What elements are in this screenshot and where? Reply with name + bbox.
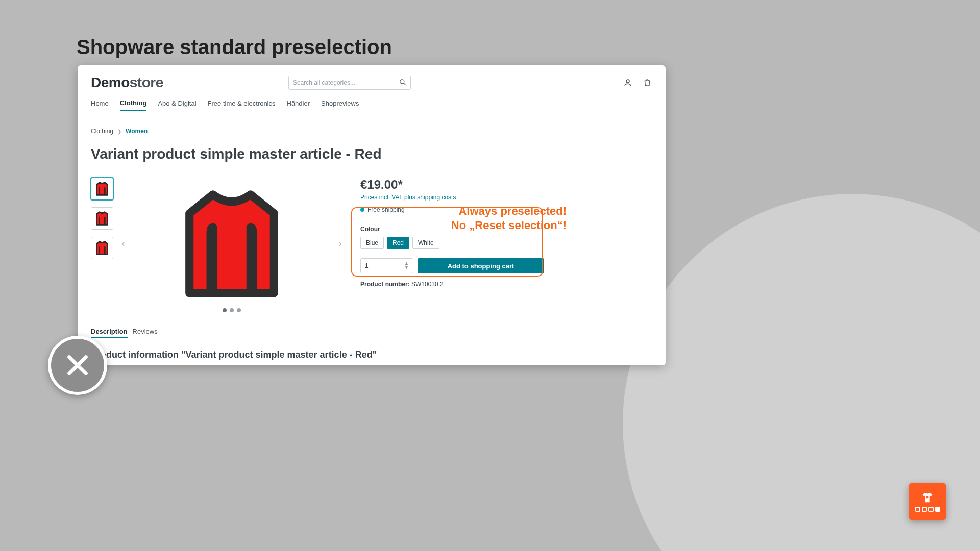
nav-item-abo[interactable]: Abo & Digital (158, 99, 196, 110)
slide-title: Shopware standard preselection (77, 36, 392, 59)
search-icon[interactable] (399, 79, 406, 87)
svg-point-2 (626, 80, 629, 83)
search-input[interactable]: Search all categories... (288, 76, 411, 90)
gallery-dot-2[interactable] (230, 308, 234, 312)
shop-header: Demostore Search all categories... (91, 68, 652, 97)
annotation-callout-box: Always preselected! No „Reset selection“… (351, 207, 543, 277)
thumbnail-1[interactable] (91, 178, 113, 200)
description-body: Lorem ipsum dolor sit amet, consetetur s… (91, 364, 652, 365)
logo-squares (915, 507, 940, 512)
nav-item-free-time[interactable]: Free time & electronics (208, 99, 276, 110)
sweater-icon (93, 181, 111, 196)
product-number: Product number: SW10030.2 (360, 281, 544, 288)
nav-item-shopreviews[interactable]: Shopreviews (321, 99, 359, 110)
breadcrumb-parent[interactable]: Clothing (91, 128, 113, 135)
product-gallery: ‹ › (119, 178, 344, 310)
storefront-window: Demostore Search all categories... Home … (78, 65, 666, 365)
annotation-text: Always preselected! No „Reset selection“… (431, 204, 567, 232)
account-icon[interactable] (623, 78, 633, 88)
cart-icon[interactable] (642, 78, 652, 88)
buy-box: €19.00* Prices incl. VAT plus shipping c… (360, 178, 544, 310)
gallery-thumbnails (91, 178, 113, 310)
svg-line-1 (404, 83, 406, 85)
breadcrumb: Clothing ❯ Women (91, 128, 652, 135)
thumbnail-2[interactable] (91, 207, 113, 230)
gallery-dot-3[interactable] (237, 308, 241, 312)
annotation-line-1: Always preselected! (431, 204, 567, 218)
gallery-prev-icon[interactable]: ‹ (121, 237, 125, 251)
thumbnail-3[interactable] (91, 237, 113, 259)
chevron-right-icon: ❯ (117, 129, 121, 134)
gallery-next-icon[interactable]: › (338, 237, 342, 251)
gallery-dot-1[interactable] (223, 308, 227, 312)
tab-description[interactable]: Description (91, 328, 128, 338)
vat-note[interactable]: Prices incl. VAT plus shipping costs (360, 194, 544, 201)
main-nav: Home Clothing Abo & Digital Free time & … (91, 97, 652, 112)
product-image[interactable] (173, 180, 290, 308)
shirt-icon (920, 491, 935, 504)
reject-badge-icon (48, 336, 107, 395)
nav-item-haendler[interactable]: Händler (287, 99, 310, 110)
product-tabs: Description Reviews (91, 328, 652, 338)
tab-reviews[interactable]: Reviews (133, 328, 158, 338)
shop-logo[interactable]: Demostore (91, 74, 163, 91)
logo-light: store (130, 74, 163, 90)
annotation-line-2: No „Reset selection“! (431, 218, 567, 233)
breadcrumb-current[interactable]: Women (126, 128, 148, 135)
nav-item-clothing[interactable]: Clothing (120, 99, 147, 111)
description-heading: Product information "Variant product sim… (91, 349, 652, 360)
search-placeholder: Search all categories... (293, 79, 355, 86)
svg-rect-5 (926, 496, 929, 499)
product-main-row: ‹ › €19.00* Prices incl. VAT plus shippi… (91, 178, 652, 310)
plugin-logo-icon (909, 483, 946, 520)
logo-bold: Demo (91, 74, 130, 90)
nav-item-home[interactable]: Home (91, 99, 109, 110)
sku-value: SW10030.2 (411, 281, 444, 288)
product-title: Variant product simple master article - … (91, 146, 652, 162)
sku-label: Product number: (360, 281, 410, 288)
product-price: €19.00* (360, 178, 544, 192)
sweater-icon (93, 240, 111, 256)
svg-point-0 (400, 79, 404, 83)
gallery-dots (223, 308, 241, 312)
sweater-icon (93, 211, 111, 226)
